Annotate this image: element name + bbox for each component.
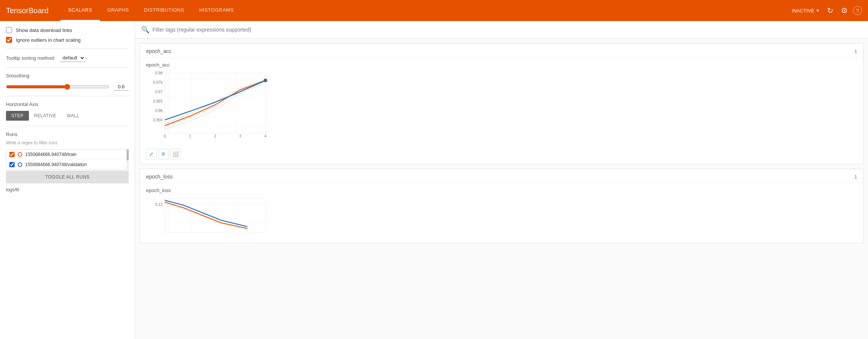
ignore-outliers-checkbox[interactable] <box>6 37 12 43</box>
axis-wall-button[interactable]: WALL <box>62 111 84 121</box>
run-item-train: 1550684666.940748/train <box>6 150 128 160</box>
main-content: 🔍 epoch_acc 1 epoch_acc <box>135 21 868 339</box>
status-badge[interactable]: INACTIVE ▾ <box>789 6 822 15</box>
epoch-loss-header: epoch_loss 1 <box>140 169 863 183</box>
epoch-acc-title: epoch_acc <box>146 48 172 54</box>
main-layout: Show data download links Ignore outliers… <box>0 21 868 339</box>
epoch-acc-chart-area: 0.98 0.975 0.97 0.965 0.96 0.955 0 1 2 3… <box>140 69 863 147</box>
epoch-loss-chart-title: epoch_loss <box>140 183 863 195</box>
run-list-scroll[interactable]: 1550684666.940748/train 1550684666.94074… <box>6 149 129 170</box>
epoch-acc-toolbar: ⤢ ≡ ⬜ <box>140 147 863 164</box>
tooltip-row: Tooltip sorting method: default <box>6 54 129 62</box>
epoch-loss-svg: 0.12 <box>146 195 274 240</box>
brand: TensorBoard <box>6 6 48 15</box>
expand-chart-button[interactable]: ⤢ <box>146 149 157 159</box>
filter-bar: 🔍 <box>135 21 868 39</box>
divider-1 <box>6 48 129 48</box>
loss-grid-rect <box>165 198 266 232</box>
epoch-loss-section: epoch_loss 1 epoch_loss 0.12 <box>140 169 863 243</box>
nav-scalars[interactable]: SCALARS <box>60 0 99 21</box>
ignore-outliers-option: Ignore outliers in chart scaling <box>6 37 129 43</box>
topnav-links: SCALARS GRAPHS DISTRIBUTIONS HISTOGRAMS <box>60 0 789 21</box>
show-data-download-label: Show data download links <box>16 27 72 33</box>
legend-button[interactable]: ≡ <box>158 149 169 159</box>
sidebar: Show data download links Ignore outliers… <box>0 21 135 339</box>
epoch-acc-svg: 0.98 0.975 0.97 0.965 0.96 0.955 0 1 2 3… <box>146 69 274 144</box>
nav-distributions[interactable]: DISTRIBUTIONS <box>137 0 192 21</box>
run-list-container: 1550684666.940748/train 1550684666.94074… <box>6 149 129 170</box>
epoch-acc-count: 1 <box>854 48 857 54</box>
filter-input[interactable] <box>152 27 862 33</box>
y-label-0.97: 0.97 <box>155 90 163 94</box>
epoch-acc-chart-title: epoch_acc <box>140 58 863 69</box>
toggle-all-runs-button[interactable]: TOGGLE ALL RUNS <box>6 171 129 183</box>
loss-y-label: 0.12 <box>155 203 163 207</box>
x-label-3: 3 <box>239 134 241 138</box>
refresh-icon[interactable]: ↻ <box>825 4 836 17</box>
epoch-acc-section: epoch_acc 1 epoch_acc 0.98 0.975 <box>140 43 863 164</box>
y-label-0.955: 0.955 <box>153 118 163 122</box>
run-train-checkbox[interactable] <box>9 152 15 157</box>
x-label-4: 4 <box>264 134 267 138</box>
smoothing-slider[interactable] <box>6 84 109 90</box>
nav-histograms[interactable]: HISTOGRAMS <box>191 0 241 21</box>
nav-graphs[interactable]: GRAPHS <box>100 0 137 21</box>
run-validation-circle <box>18 162 22 167</box>
x-label-1: 1 <box>189 134 191 138</box>
scrollbar-thumb[interactable] <box>127 149 129 160</box>
x-label-0: 0 <box>164 134 166 138</box>
smoothing-row: 0.6 <box>6 83 129 91</box>
y-label-0.965: 0.965 <box>153 99 163 103</box>
y-label-0.96: 0.96 <box>155 109 163 113</box>
tooltip-select[interactable]: default <box>60 54 85 62</box>
epoch-loss-count: 1 <box>854 174 857 180</box>
run-validation-name: 1550684666.940748/validation <box>25 162 87 167</box>
ignore-outliers-label: Ignore outliers in chart scaling <box>16 37 81 43</box>
help-icon[interactable]: ? <box>853 6 862 15</box>
y-label-0.975: 0.975 <box>153 80 163 85</box>
topnav-right: INACTIVE ▾ ↻ ⚙ ? <box>789 4 862 17</box>
scrollbar-track <box>127 149 129 170</box>
validation-end-dot <box>264 79 267 82</box>
runs-title: Runs <box>6 132 129 137</box>
run-list: 1550684666.940748/train 1550684666.94074… <box>6 149 129 170</box>
epoch-loss-title: epoch_loss <box>146 174 173 180</box>
show-data-download-checkbox[interactable] <box>6 27 12 33</box>
axis-relative-button[interactable]: RELATIVE <box>29 111 62 121</box>
run-validation-checkbox[interactable] <box>9 162 15 167</box>
download-chart-button[interactable]: ⬜ <box>170 149 181 159</box>
smoothing-value: 0.6 <box>114 83 129 91</box>
smoothing-title: Smoothing <box>6 73 129 79</box>
x-label-2: 2 <box>214 134 216 138</box>
divider-2 <box>6 67 129 68</box>
axis-buttons: STEP RELATIVE WALL <box>6 111 129 121</box>
divider-4 <box>6 126 129 126</box>
logs-path: logs/fit <box>6 187 129 192</box>
topnav: TensorBoard SCALARS GRAPHS DISTRIBUTIONS… <box>0 0 868 21</box>
epoch-acc-header: epoch_acc 1 <box>140 44 863 58</box>
horizontal-axis-title: Horizontal Axis <box>6 101 129 107</box>
show-data-download-option: Show data download links <box>6 27 129 33</box>
search-icon: 🔍 <box>141 26 149 34</box>
tooltip-label: Tooltip sorting method: <box>6 55 55 61</box>
settings-icon[interactable]: ⚙ <box>839 4 850 17</box>
axis-step-button[interactable]: STEP <box>6 111 29 121</box>
run-train-name: 1550684666.940748/train <box>25 152 77 157</box>
y-label-0.98: 0.98 <box>155 71 163 75</box>
chevron-down-icon: ▾ <box>817 8 819 13</box>
epoch-loss-chart-area: 0.12 <box>140 195 863 243</box>
divider-3 <box>6 96 129 96</box>
run-train-circle <box>18 152 22 157</box>
run-item-validation: 1550684666.940748/validation <box>6 160 128 170</box>
runs-filter-hint: Write a regex to filter runs <box>6 140 129 145</box>
